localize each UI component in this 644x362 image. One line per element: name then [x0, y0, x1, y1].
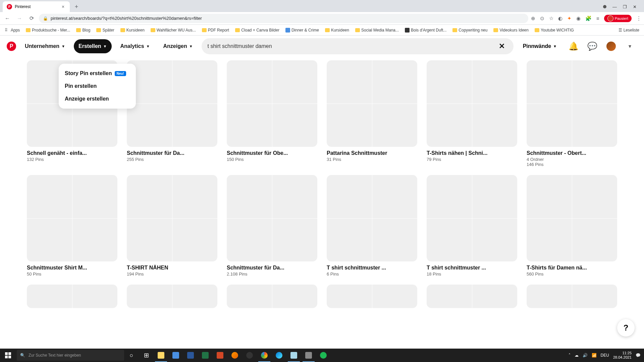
url-field[interactable]: 🔒 pinterest.at/search/boards/?q=t%20shir…	[39, 14, 528, 23]
board-card[interactable]	[27, 285, 117, 308]
bookmark-item[interactable]: Produktsuche - Mer...	[24, 26, 72, 34]
thumbnail-placeholder	[372, 104, 418, 147]
zoom-icon[interactable]: ⊙	[540, 15, 544, 21]
board-card[interactable]: T-SHIRT NÄHEN 194 Pins	[127, 175, 217, 277]
app-grey-icon[interactable]	[301, 349, 316, 362]
bookmark-item[interactable]: Cload + Canva Bilder	[233, 26, 281, 34]
task-view-icon[interactable]: ⊞	[139, 349, 154, 362]
board-card[interactable]	[327, 285, 417, 308]
board-card[interactable]: Schnittmuster für Da... 2.108 Pins	[227, 175, 317, 277]
folder-icon	[26, 28, 31, 32]
search-input[interactable]: t shirt schnittmuster damen ✕	[202, 38, 514, 54]
notifications-tray-icon[interactable]: 💬	[636, 353, 641, 358]
board-card[interactable]: T-Shirts für Damen nä... 560 Pins	[527, 175, 617, 277]
reading-list-button[interactable]: ☰Leseliste	[616, 26, 641, 34]
volume-icon[interactable]: 🔊	[583, 353, 588, 358]
bookmark-item[interactable]: PDF Report	[200, 26, 231, 34]
thumbnail-placeholder	[127, 104, 172, 147]
search-icon: 🔍	[20, 353, 25, 358]
close-tab-icon[interactable]: ×	[60, 4, 66, 9]
menu-dots-icon[interactable]: ⋮	[636, 15, 641, 21]
forward-button[interactable]: →	[15, 14, 24, 23]
board-card[interactable]	[227, 285, 317, 308]
extension-icon-3[interactable]: ◉	[576, 15, 581, 21]
clock[interactable]: 11:25 28.04.2021	[613, 351, 632, 360]
notifications-icon[interactable]: 🔔	[566, 39, 581, 54]
nav-anzeigen[interactable]: Anzeigen▼	[159, 39, 198, 53]
bookmark-item[interactable]: Social Media Mana...	[353, 26, 401, 34]
onedrive-icon[interactable]: ☁	[575, 353, 579, 358]
spotify-icon[interactable]	[316, 349, 331, 362]
back-button[interactable]: ←	[3, 14, 12, 23]
cortana-icon[interactable]: ○	[124, 349, 139, 362]
bookmark-item[interactable]: Blog	[74, 26, 92, 34]
bookmark-item[interactable]: Videokurs Ideen	[491, 26, 531, 34]
help-button[interactable]: ?	[617, 319, 635, 337]
nav-erstellen[interactable]: Erstellen▼	[74, 39, 111, 53]
bookmark-item[interactable]: Kursideen	[323, 26, 351, 34]
board-card[interactable]	[427, 285, 517, 308]
dropdown-pin-erstellen[interactable]: Pin erstellen	[59, 80, 136, 93]
bookmark-item[interactable]: Dinner & Crime	[283, 26, 321, 34]
folder-icon	[76, 28, 81, 32]
pinterest-logo[interactable]: P	[7, 42, 16, 51]
extensions-puzzle-icon[interactable]: 🧩	[585, 15, 592, 21]
wifi-icon[interactable]: 📶	[592, 353, 597, 358]
bookmark-apps[interactable]: ⠿Apps	[3, 26, 22, 34]
file-explorer-icon[interactable]	[154, 349, 168, 362]
install-icon[interactable]: ⊕	[531, 15, 535, 21]
account-dot-icon[interactable]	[603, 5, 606, 8]
nav-unternehmen[interactable]: Unternehmen▼	[20, 39, 70, 53]
clear-search-icon[interactable]: ✕	[496, 42, 507, 51]
edge-icon[interactable]	[272, 349, 286, 362]
reading-list-icon[interactable]: ≡	[596, 15, 599, 21]
tray-chevron-icon[interactable]: ˄	[569, 353, 571, 358]
powerpoint-icon[interactable]	[213, 349, 227, 362]
nav-analytics[interactable]: Analytics▼	[116, 39, 155, 53]
board-card[interactable]: Schnittmuster Shirt M... 50 Pins	[27, 175, 117, 277]
browser-tab[interactable]: P Pinterest ×	[3, 1, 70, 12]
profile-badge[interactable]: Pausiert	[604, 15, 632, 22]
bookmark-item[interactable]: Kursideen	[118, 26, 147, 34]
extension-icon-2[interactable]: ✦	[567, 15, 572, 21]
taskbar-search[interactable]: 🔍 Zur Suche Text hier eingeben	[17, 350, 124, 361]
board-card[interactable]	[127, 285, 217, 308]
dropdown-story-pin[interactable]: Story Pin erstellen Neu!	[59, 67, 136, 80]
board-card[interactable]: Schnittmuster für Obe... 150 Pins	[227, 60, 317, 167]
app-icon-blue[interactable]	[168, 349, 183, 362]
messages-icon[interactable]: 💬	[585, 39, 600, 54]
minimize-icon[interactable]: —	[612, 4, 617, 9]
board-card[interactable]: Pattarina Schnittmuster 31 Pins	[327, 60, 417, 167]
firefox-icon[interactable]	[227, 349, 242, 362]
bookmark-item[interactable]: Copywriting neu	[450, 26, 489, 34]
language-indicator[interactable]: DEU	[601, 353, 609, 358]
maximize-icon[interactable]: ❐	[623, 4, 627, 9]
board-card[interactable]: Schnittmuster für Da... 255 Pins	[127, 60, 217, 167]
board-thumbnails	[427, 175, 517, 261]
bookmark-star-icon[interactable]: ☆	[549, 15, 553, 21]
board-card[interactable]	[527, 285, 617, 308]
account-menu-chevron[interactable]: ▼	[623, 39, 637, 54]
new-tab-button[interactable]: +	[72, 2, 81, 11]
excel-icon[interactable]	[198, 349, 213, 362]
bookmark-item[interactable]: Bois d'Argent Duft...	[403, 26, 448, 34]
start-button[interactable]	[0, 349, 16, 362]
board-card[interactable]: T shirt schnittmuster ... 18 Pins	[427, 175, 517, 277]
bookmark-item[interactable]: Später	[94, 26, 116, 34]
bookmark-item[interactable]: Wahlfächer WU Aus...	[149, 26, 198, 34]
obs-icon[interactable]	[242, 349, 257, 362]
board-card[interactable]: T shirt schnittmuster ... 6 Pins	[327, 175, 417, 277]
notepad-icon[interactable]	[286, 349, 301, 362]
dropdown-anzeige-erstellen[interactable]: Anzeige erstellen	[59, 93, 136, 105]
chrome-icon[interactable]	[257, 349, 272, 362]
reload-button[interactable]: ⟳	[27, 14, 36, 23]
profile-avatar[interactable]	[604, 39, 619, 54]
board-card[interactable]: T-Shirts nähen | Schni... 79 Pins	[427, 60, 517, 167]
extension-icon-1[interactable]: ◐	[558, 15, 562, 21]
filter-pinnwaende[interactable]: Pinnwände▼	[518, 39, 562, 53]
board-card[interactable]: Schnittmuster - Obert... 4 Ordner 146 Pi…	[527, 60, 617, 167]
bookmark-item[interactable]: Youtube WICHTIG	[533, 26, 576, 34]
close-window-icon[interactable]: ✕	[633, 4, 637, 9]
thumbnail-placeholder	[572, 104, 618, 147]
word-icon[interactable]	[183, 349, 198, 362]
